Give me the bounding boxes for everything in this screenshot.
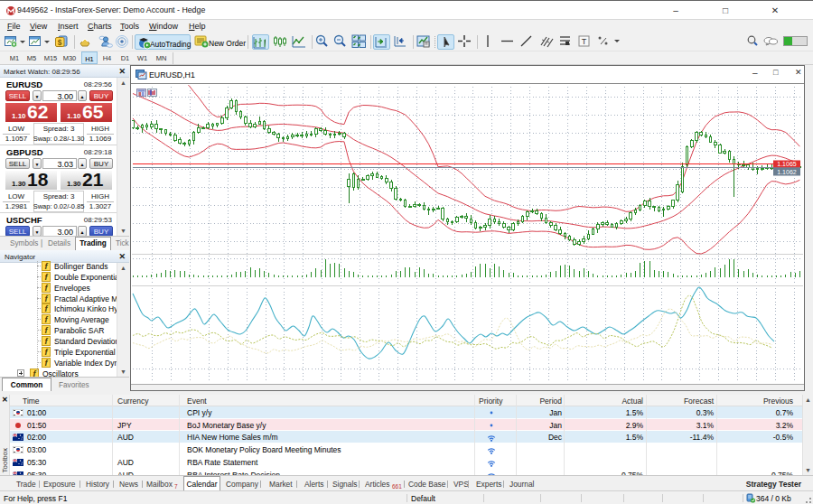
svg-text:$: $ bbox=[58, 38, 62, 47]
svg-text:1.1065: 1.1065 bbox=[777, 161, 797, 167]
svg-text:T: T bbox=[582, 37, 587, 46]
svg-text:1.1062: 1.1062 bbox=[777, 169, 797, 175]
